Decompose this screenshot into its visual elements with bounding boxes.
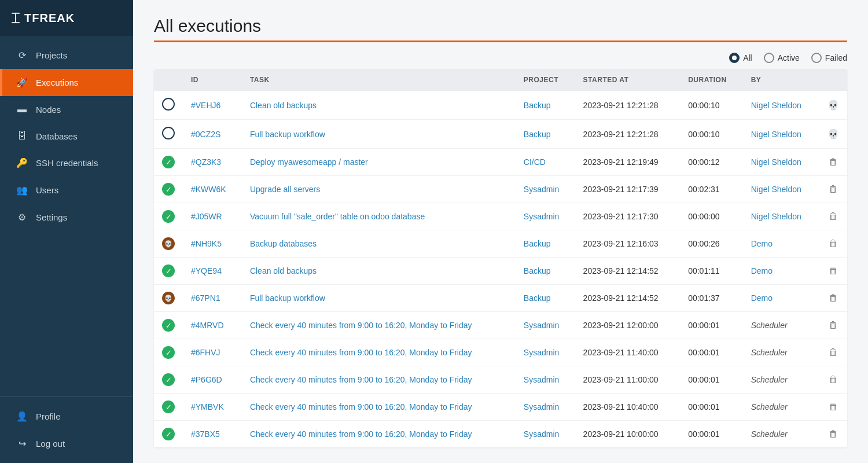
project-name: Sysadmin (516, 312, 575, 339)
duration: 00:00:10 (680, 120, 743, 149)
sidebar-item-label: Log out (36, 439, 65, 449)
task-name: Backup databases (242, 230, 516, 258)
delete-icon[interactable]: 🗑 (829, 238, 838, 248)
project-link[interactable]: Backup (524, 130, 551, 139)
filter-active[interactable]: Active (764, 53, 800, 63)
task-link[interactable]: Check every 40 minutes from 9:00 to 16:2… (250, 375, 472, 384)
execution-id-link[interactable]: #KWW6K (191, 185, 226, 194)
col-header-5: DURATION (680, 69, 743, 91)
duration: 00:00:00 (680, 203, 743, 230)
delete-icon[interactable]: 🗑 (829, 374, 838, 384)
stop-icon[interactable]: 💀 (827, 129, 839, 139)
sidebar-item-settings[interactable]: ⚙ Settings (0, 204, 133, 231)
execution-id-link[interactable]: #37BX5 (191, 429, 220, 439)
col-header-2: TASK (242, 69, 516, 91)
task-name: Full backup workflow (242, 285, 516, 312)
task-link[interactable]: Full backup workflow (250, 293, 325, 303)
execution-id-link[interactable]: #YMBVK (191, 402, 224, 411)
started-at: 2023-09-21 11:40:00 (575, 339, 681, 366)
task-link[interactable]: Deploy myawesomeapp / master (250, 157, 368, 167)
by-user: Nigel Sheldon (743, 120, 819, 149)
project-name: Sysadmin (516, 394, 575, 421)
table-row: ✓ #4MRVD Check every 40 minutes from 9:0… (154, 312, 847, 339)
execution-id-link[interactable]: #4MRVD (191, 321, 224, 330)
delete-icon[interactable]: 🗑 (829, 402, 838, 411)
execution-id-link[interactable]: #P6G6D (191, 375, 222, 384)
task-link[interactable]: Check every 40 minutes from 9:00 to 16:2… (250, 348, 472, 357)
table-row: ✓ #QZ3K3 Deploy myawesomeapp / master CI… (154, 149, 847, 176)
project-link[interactable]: Backup (524, 293, 551, 303)
delete-icon[interactable]: 🗑 (829, 429, 838, 439)
user-link[interactable]: Nigel Sheldon (751, 157, 801, 167)
sidebar-item-label: Databases (36, 131, 78, 141)
filter-label-all: All (743, 53, 752, 63)
project-link[interactable]: Sysadmin (524, 375, 559, 384)
user-link: Scheduler (751, 429, 788, 439)
project-link[interactable]: Sysadmin (524, 348, 559, 357)
project-link[interactable]: Backup (524, 266, 551, 275)
task-link[interactable]: Upgrade all servers (250, 185, 320, 194)
task-link[interactable]: Clean old backups (250, 266, 317, 275)
main-header: All executions (133, 0, 868, 42)
sidebar-item-profile[interactable]: 👤 Profile (0, 403, 133, 430)
project-link[interactable]: CI/CD (524, 157, 546, 167)
execution-id-link[interactable]: #YQE94 (191, 266, 222, 275)
project-link[interactable]: Sysadmin (524, 185, 559, 194)
users-icon: 👥 (16, 185, 28, 196)
execution-id-link[interactable]: #VEHJ6 (191, 101, 220, 110)
user-link[interactable]: Demo (751, 293, 773, 303)
task-link[interactable]: Check every 40 minutes from 9:00 to 16:2… (250, 321, 472, 330)
sidebar-item-databases[interactable]: 🗄 Databases (0, 123, 133, 149)
task-link[interactable]: Clean old backups (250, 101, 317, 110)
user-link[interactable]: Demo (751, 239, 773, 248)
started-at: 2023-09-21 12:16:03 (575, 230, 681, 258)
delete-icon[interactable]: 🗑 (829, 347, 838, 357)
project-name: Sysadmin (516, 176, 575, 203)
sidebar-item-executions[interactable]: 🚀 Executions (0, 69, 133, 96)
user-link[interactable]: Nigel Sheldon (751, 212, 801, 221)
project-link[interactable]: Sysadmin (524, 321, 559, 330)
task-link[interactable]: Vacuum full "sale_order" table on odoo d… (250, 212, 425, 221)
project-link[interactable]: Sysadmin (524, 212, 559, 221)
started-at: 2023-09-21 12:17:39 (575, 176, 681, 203)
user-link[interactable]: Nigel Sheldon (751, 185, 801, 194)
filter-all[interactable]: All (729, 53, 752, 63)
execution-id-link[interactable]: #J05WR (191, 212, 222, 221)
task-name: Upgrade all servers (242, 176, 516, 203)
project-link[interactable]: Sysadmin (524, 429, 559, 439)
sidebar-item-ssh-credentials[interactable]: 🔑 SSH credentials (0, 149, 133, 177)
execution-id-link[interactable]: #NH9K5 (191, 239, 222, 248)
status-cell: ✓ (154, 176, 183, 203)
task-link[interactable]: Check every 40 minutes from 9:00 to 16:2… (250, 429, 472, 439)
project-link[interactable]: Sysadmin (524, 402, 559, 411)
task-link[interactable]: Full backup workflow (250, 130, 325, 139)
delete-icon[interactable]: 🗑 (829, 266, 838, 275)
action-cell: 🗑 (819, 230, 847, 258)
sidebar-item-logout[interactable]: ↪ Log out (0, 430, 133, 457)
execution-id-link[interactable]: #6FHVJ (191, 348, 220, 357)
project-link[interactable]: Backup (524, 239, 551, 248)
delete-icon[interactable]: 🗑 (829, 184, 838, 194)
user-link[interactable]: Nigel Sheldon (751, 130, 801, 139)
by-user: Nigel Sheldon (743, 176, 819, 203)
task-link[interactable]: Backup databases (250, 239, 317, 248)
duration: 00:00:10 (680, 91, 743, 120)
delete-icon[interactable]: 🗑 (829, 211, 838, 221)
sidebar-item-users[interactable]: 👥 Users (0, 177, 133, 204)
user-link[interactable]: Nigel Sheldon (751, 101, 801, 110)
sidebar-item-projects[interactable]: ⟳ Projects (0, 42, 133, 69)
execution-id: #YMBVK (183, 394, 242, 421)
execution-id-link[interactable]: #QZ3K3 (191, 157, 221, 167)
user-link: Scheduler (751, 348, 788, 357)
sidebar-item-nodes[interactable]: ▬ Nodes (0, 96, 133, 123)
stop-icon[interactable]: 💀 (827, 100, 839, 110)
execution-id-link[interactable]: #0CZ2S (191, 130, 220, 139)
project-link[interactable]: Backup (524, 101, 551, 110)
filter-failed[interactable]: Failed (811, 53, 847, 63)
delete-icon[interactable]: 🗑 (829, 157, 838, 167)
execution-id-link[interactable]: #67PN1 (191, 293, 220, 303)
task-link[interactable]: Check every 40 minutes from 9:00 to 16:2… (250, 402, 472, 411)
delete-icon[interactable]: 🗑 (829, 293, 838, 303)
user-link[interactable]: Demo (751, 266, 773, 275)
delete-icon[interactable]: 🗑 (829, 320, 838, 330)
